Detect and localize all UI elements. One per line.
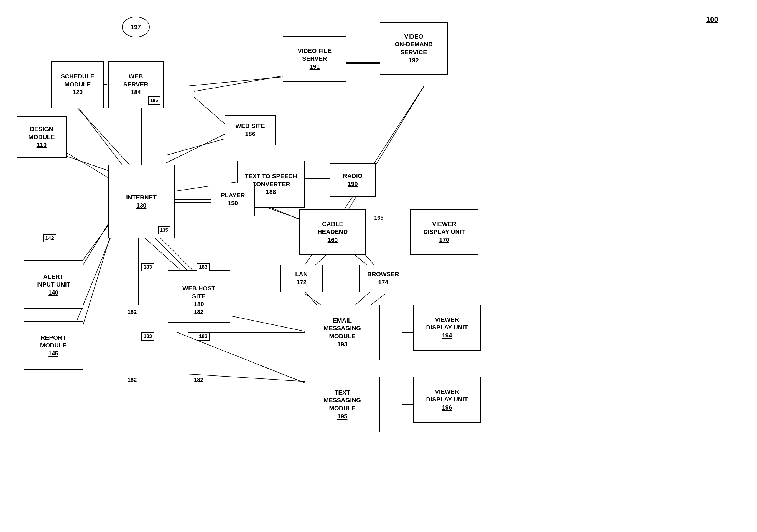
node-web-site: WEB SITE 186 xyxy=(225,115,276,145)
svg-line-59 xyxy=(338,86,424,219)
node-design-module: DESIGNMODULE 110 xyxy=(16,116,67,158)
node-internet: INTERNET 130 135 xyxy=(108,165,175,238)
svg-line-25 xyxy=(189,374,319,382)
node-183-c: 183 xyxy=(141,333,154,340)
node-viewer-display-170: VIEWERDISPLAY UNIT 170 xyxy=(410,209,478,255)
svg-line-33 xyxy=(77,107,128,172)
node-viewer-display-194: VIEWERDISPLAY UNIT 194 xyxy=(413,305,481,350)
node-alert-input-unit: ALERTINPUT UNIT 140 xyxy=(23,260,83,309)
node-browser: BROWSER 174 xyxy=(359,265,408,292)
node-email-messaging: EMAILMESSAGINGMODULE 193 xyxy=(305,305,380,360)
node-183-d: 183 xyxy=(197,333,210,340)
node-text-messaging: TEXTMESSAGINGMODULE 195 xyxy=(305,377,380,432)
cable-ref-165: 165 xyxy=(374,215,383,221)
node-report-module: REPORTMODULE 145 xyxy=(23,321,83,370)
svg-line-39 xyxy=(165,130,233,163)
svg-line-28 xyxy=(341,86,424,222)
node-video-on-demand: VIDEOON-DEMANDSERVICE 192 xyxy=(380,22,448,75)
node-schedule-module: SCHEDULEMODULE 120 xyxy=(51,61,104,108)
label-182-c: 182 xyxy=(128,377,136,383)
node-video-file-server: VIDEO FILESERVER 191 xyxy=(283,36,347,82)
node-player: PLAYER 150 xyxy=(211,183,255,216)
node-web-server-tag: 185 xyxy=(148,97,160,105)
node-cable-headend: CABLEHEADEND 160 xyxy=(299,209,366,255)
node-lan: LAN 172 xyxy=(280,265,323,292)
label-182-b: 182 xyxy=(194,309,203,315)
node-internet-tag: 135 xyxy=(158,226,170,234)
diagram: 100 197 WEBSERVER 184 185 SCHEDULEMODULE… xyxy=(0,0,757,532)
label-182-a: 182 xyxy=(128,309,136,315)
node-183-b: 183 xyxy=(197,263,210,271)
svg-line-3 xyxy=(77,108,136,172)
node-radio: RADIO 190 xyxy=(330,163,376,197)
page-reference: 100 xyxy=(706,15,718,24)
node-viewer-display-196: VIEWERDISPLAY UNIT 196 xyxy=(413,377,481,423)
alert-tag-142: 142 xyxy=(43,234,56,243)
label-182-d: 182 xyxy=(194,377,203,383)
node-web-server: WEBSERVER 184 185 xyxy=(108,61,164,108)
node-197: 197 xyxy=(122,16,150,37)
node-183-a: 183 xyxy=(141,263,154,271)
